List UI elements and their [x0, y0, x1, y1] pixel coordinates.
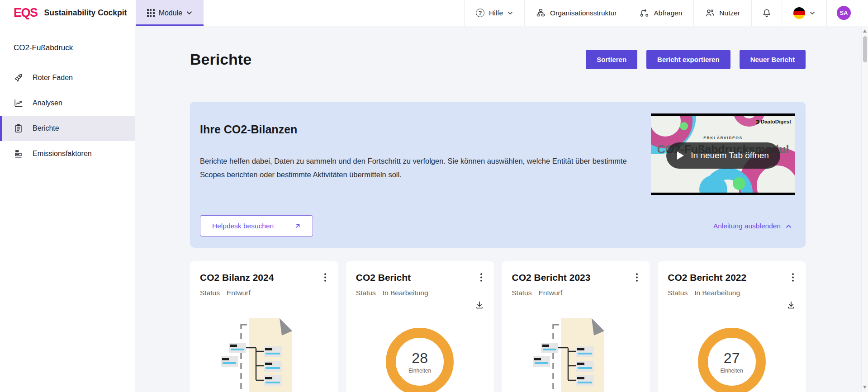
status-label: Status: [668, 289, 688, 297]
video-artwork: DaatoDigest ERKLÄRVIDEOS CO2-Fußabdrucks…: [651, 116, 795, 193]
help-label: Hilfe: [489, 9, 503, 17]
sort-button[interactable]: Sortieren: [586, 50, 637, 69]
vertical-scrollbar[interactable]: [861, 26, 868, 392]
sidebar-item-label: Analysen: [33, 99, 62, 107]
sidebar-section-title: CO2-Fußabdruck: [0, 26, 135, 52]
bell-icon: [762, 8, 772, 18]
kebab-icon: [636, 273, 638, 282]
app-title: Sustainability Cockpit: [44, 8, 127, 18]
decor-dot: [733, 177, 745, 190]
report-card[interactable]: CO2 Bericht Status In Bearbeitung 28: [346, 261, 494, 392]
card-title: CO2 Bericht 2023: [512, 272, 591, 283]
card-title: CO2 Bilanz 2024: [200, 272, 274, 283]
helpdesk-button-label: Helpdesk besuchen: [212, 222, 274, 230]
sidebar-item-emissionsfaktoren[interactable]: Emissionsfaktoren: [0, 141, 135, 166]
report-card[interactable]: CO2 Bericht 2023 Status Entwurf: [502, 261, 650, 392]
eqs-logo: EQS: [14, 6, 38, 20]
status-label: Status: [200, 289, 220, 297]
module-tab[interactable]: Module: [136, 0, 204, 26]
explainer-video-thumbnail[interactable]: DaatoDigest ERKLÄRVIDEOS CO2-Fußabdrucks…: [651, 113, 795, 195]
status-value: Entwurf: [538, 289, 562, 297]
status-value: In Bearbeitung: [694, 289, 740, 297]
page-header: Berichte Sortieren Bericht exportieren N…: [190, 50, 806, 69]
download-icon: [787, 301, 796, 310]
video-kicker: ERKLÄRVIDEOS: [651, 136, 795, 140]
units-label: Einheiten: [721, 368, 743, 374]
card-menu-button[interactable]: [790, 272, 796, 284]
units-count: 27: [724, 350, 740, 367]
kebab-icon: [792, 273, 794, 282]
emission-factors-icon: [14, 149, 24, 159]
module-tab-label: Module: [159, 9, 182, 17]
scroll-down-arrow[interactable]: [863, 386, 867, 389]
units-donut: 27 Einheiten: [692, 322, 772, 392]
kebab-icon: [480, 273, 482, 282]
chevron-down-icon: [810, 11, 815, 15]
org-structure-menu[interactable]: Organisationsstruktur: [524, 0, 628, 26]
info-banner: Ihre CO2-Bilanzen Berichte helfen dabei,…: [190, 102, 806, 248]
chart-line-icon: [14, 98, 24, 108]
brand: EQS Sustainability Cockpit: [0, 0, 136, 26]
sidebar-item-label: Berichte: [33, 124, 59, 132]
report-cards: CO2 Bilanz 2024 Status Entwurf: [190, 261, 806, 392]
sidebar-nav: Roter Faden Analysen Berichte Emissionsf…: [0, 65, 135, 166]
status-value: Entwurf: [227, 289, 251, 297]
account-menu[interactable]: SA: [826, 0, 861, 26]
banner-description: Berichte helfen dabei, Daten zu sammeln …: [200, 154, 634, 181]
decor-dot: [680, 122, 688, 130]
notifications-button[interactable]: [751, 0, 782, 26]
hide-guide-label: Anleitung ausblenden: [713, 222, 781, 230]
chevron-up-icon: [786, 224, 792, 228]
download-report-button[interactable]: [787, 301, 796, 312]
export-report-button[interactable]: Bericht exportieren: [646, 50, 730, 69]
rocket-icon: [14, 73, 24, 83]
queries-label: Abfragen: [654, 9, 682, 17]
main-content: Berichte Sortieren Bericht exportieren N…: [135, 26, 868, 392]
users-icon: [705, 8, 715, 18]
users-menu[interactable]: Nutzer: [693, 0, 751, 26]
clipboard-icon: [14, 123, 24, 133]
page-title: Berichte: [190, 50, 251, 69]
page-actions: Sortieren Bericht exportieren Neuer Beri…: [586, 50, 806, 69]
scrollbar-thumb[interactable]: [863, 36, 867, 62]
document-illustration: [190, 315, 338, 392]
document-illustration: [502, 315, 650, 392]
sidebar-item-roter-faden[interactable]: Roter Faden: [0, 65, 135, 90]
report-card[interactable]: CO2 Bilanz 2024 Status Entwurf: [190, 261, 338, 392]
open-in-new-tab-button[interactable]: In neuem Tab öffnen: [666, 142, 780, 169]
download-icon: [475, 301, 484, 310]
german-flag-icon: [793, 7, 805, 19]
card-title: CO2 Bericht 2022: [668, 272, 746, 283]
queries-menu[interactable]: Abfragen: [628, 0, 693, 26]
units-count: 28: [412, 350, 428, 367]
scroll-up-arrow[interactable]: [863, 29, 867, 33]
chevron-down-icon: [186, 11, 192, 15]
card-menu-button[interactable]: [634, 272, 640, 284]
topbar-right: ? Hilfe Organisationsstruktur Abfragen N…: [464, 0, 868, 26]
daato-logo-icon: [755, 120, 759, 124]
help-menu[interactable]: ? Hilfe: [464, 0, 524, 26]
new-report-button[interactable]: Neuer Bericht: [740, 50, 806, 69]
sidebar-item-label: Emissionsfaktoren: [33, 150, 92, 158]
card-title: CO2 Bericht: [356, 272, 411, 283]
report-card[interactable]: CO2 Bericht 2022 Status In Bearbeitung 2…: [658, 261, 806, 392]
video-brand: DaatoDigest: [755, 119, 791, 124]
org-structure-label: Organisationsstruktur: [550, 9, 617, 17]
sidebar-item-berichte[interactable]: Berichte: [0, 116, 135, 141]
helpdesk-button[interactable]: Helpdesk besuchen: [200, 215, 313, 236]
card-menu-button[interactable]: [323, 272, 328, 284]
open-in-new-tab-label: In neuem Tab öffnen: [691, 151, 769, 161]
status-value: In Bearbeitung: [383, 289, 428, 297]
play-icon: [677, 151, 684, 160]
sidebar: CO2-Fußabdruck Roter Faden Analysen Beri…: [0, 26, 135, 392]
org-chart-icon: [536, 8, 545, 18]
avatar: SA: [837, 6, 851, 20]
card-menu-button[interactable]: [479, 272, 484, 284]
sidebar-item-analysen[interactable]: Analysen: [0, 90, 135, 116]
units-donut: 28 Einheiten: [380, 322, 460, 392]
download-report-button[interactable]: [475, 301, 484, 312]
workflow-icon: [640, 8, 649, 18]
hide-guide-link[interactable]: Anleitung ausblenden: [713, 222, 792, 230]
users-label: Nutzer: [719, 9, 740, 17]
language-selector[interactable]: [782, 0, 826, 26]
